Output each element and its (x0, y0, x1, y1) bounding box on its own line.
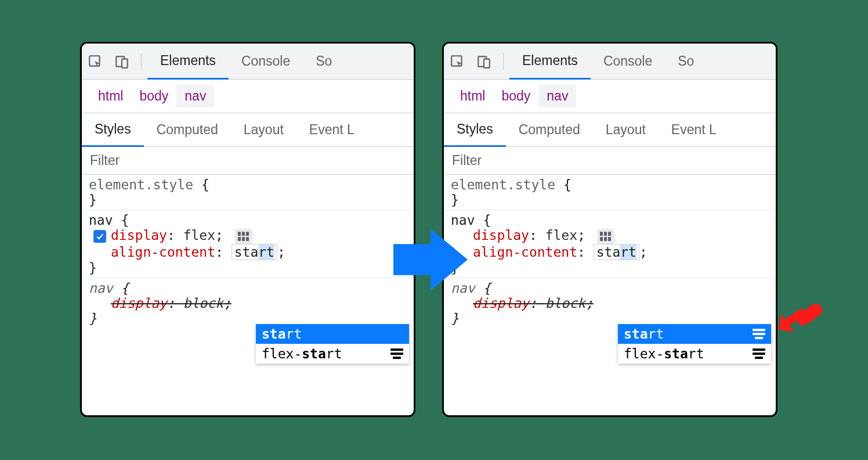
align-start-icon (753, 329, 765, 339)
selector-nav: nav (89, 213, 113, 228)
filter-input[interactable]: Filter (90, 153, 120, 168)
selector-element-style: element.style (451, 177, 555, 192)
sidebar-tabs: Styles Computed Layout Event L (444, 113, 776, 147)
breadcrumb: html body nav (82, 80, 414, 113)
main-toolbar: Elements Console So (82, 44, 414, 80)
subtab-styles[interactable]: Styles (82, 113, 144, 147)
subtab-event[interactable]: Event L (296, 113, 367, 147)
autocomplete-dropdown: start flex-start (256, 324, 409, 364)
prop-align-content[interactable]: align-content: start; (89, 244, 407, 260)
rule-element-style[interactable]: element.style { } (444, 175, 776, 210)
prop-align-content[interactable]: align-content: start; (451, 244, 769, 260)
tab-console[interactable]: Console (591, 44, 665, 80)
prop-enabled-checkbox[interactable] (93, 230, 106, 243)
device-toggle-icon[interactable] (474, 52, 494, 71)
flex-editor-icon[interactable] (597, 229, 614, 244)
svg-rect-3 (451, 56, 461, 66)
crumb-body[interactable]: body (131, 85, 176, 107)
devtools-panel-before: Elements Console So html body nav Styles… (80, 42, 415, 417)
rule-nav[interactable]: nav { display: flex; align-content: star… (82, 210, 414, 278)
subtab-computed[interactable]: Computed (144, 113, 231, 147)
crumb-html[interactable]: html (452, 85, 493, 107)
selector-element-style: element.style (89, 177, 193, 192)
tab-sources[interactable]: So (665, 44, 707, 80)
transition-arrow-icon (393, 225, 468, 294)
crumb-nav[interactable]: nav (538, 85, 576, 107)
autocomplete-option-flex-start[interactable]: flex-start (256, 344, 409, 364)
prop-display-overridden: display: block; (451, 296, 769, 311)
tab-sources[interactable]: So (303, 44, 345, 80)
tab-console[interactable]: Console (229, 44, 303, 80)
subtab-layout[interactable]: Layout (593, 113, 659, 147)
prop-display[interactable]: display: flex; (89, 228, 407, 244)
rule-nav-ua[interactable]: nav { display: block; } (82, 278, 414, 328)
filter-row: Filter (444, 147, 776, 175)
align-start-icon (390, 348, 403, 359)
rule-nav-ua[interactable]: nav { display: block; } (444, 278, 776, 328)
devtools-panel-after: Elements Console So html body nav Styles… (442, 42, 777, 417)
crumb-html[interactable]: html (90, 85, 131, 107)
value-edit-box[interactable]: start (594, 244, 639, 260)
value-edit-box[interactable]: start (232, 244, 277, 260)
autocomplete-option-start[interactable]: start (256, 324, 409, 344)
callout-arrow-icon (777, 294, 830, 346)
prop-display-overridden: display: block; (89, 296, 407, 311)
autocomplete-option-start[interactable]: start (618, 324, 771, 344)
main-toolbar: Elements Console So (444, 44, 776, 80)
svg-rect-0 (89, 56, 99, 66)
subtab-layout[interactable]: Layout (231, 113, 296, 147)
styles-pane: element.style { } nav { display: flex; a… (82, 175, 414, 328)
autocomplete-option-flex-start[interactable]: flex-start (618, 344, 771, 364)
svg-rect-2 (122, 59, 128, 67)
svg-rect-5 (484, 59, 490, 67)
tab-elements[interactable]: Elements (147, 44, 229, 80)
selector-nav-ua: nav (89, 281, 113, 296)
rule-element-style[interactable]: element.style { } (82, 175, 414, 210)
inspect-icon[interactable] (447, 52, 467, 71)
align-start-icon (753, 348, 765, 359)
inspect-icon[interactable] (85, 52, 105, 71)
styles-pane: element.style { } nav { display: flex; a… (444, 175, 776, 328)
crumb-body[interactable]: body (493, 85, 538, 107)
subtab-event[interactable]: Event L (659, 113, 729, 147)
svg-rect-9 (794, 301, 824, 328)
rule-nav[interactable]: nav { display: flex; align-content: star… (444, 210, 776, 278)
subtab-styles[interactable]: Styles (444, 113, 506, 147)
breadcrumb: html body nav (444, 80, 776, 113)
device-toggle-icon[interactable] (112, 52, 132, 71)
svg-marker-6 (393, 229, 468, 291)
subtab-computed[interactable]: Computed (506, 113, 593, 147)
toolbar-separator (503, 53, 504, 70)
filter-input[interactable]: Filter (452, 153, 482, 168)
filter-row: Filter (82, 147, 414, 175)
autocomplete-dropdown: start flex-start (618, 324, 771, 364)
toolbar-separator (141, 53, 142, 70)
flex-editor-icon[interactable] (235, 229, 252, 244)
prop-display[interactable]: display: flex; (451, 228, 769, 244)
tab-elements[interactable]: Elements (509, 44, 591, 80)
sidebar-tabs: Styles Computed Layout Event L (82, 113, 414, 147)
crumb-nav[interactable]: nav (176, 85, 214, 107)
